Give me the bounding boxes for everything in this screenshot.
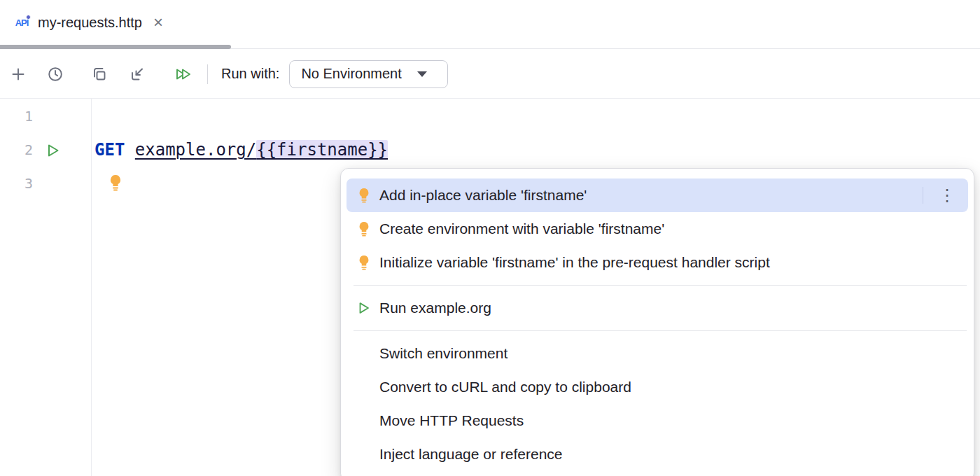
popup-item-run-request[interactable]: Run example.org	[346, 291, 968, 325]
line-number-2: 2	[0, 133, 33, 167]
icon-spacer	[356, 378, 372, 396]
run-all-icon	[174, 66, 192, 83]
code-space	[125, 140, 134, 160]
icon-spacer	[356, 445, 372, 463]
environment-dropdown[interactable]: No Environment	[289, 60, 448, 88]
line-number-1: 1	[0, 99, 33, 133]
template-variable[interactable]: {{firstname}}	[256, 140, 388, 160]
run-all-requests-button[interactable]	[169, 60, 197, 88]
copy-icon	[91, 66, 108, 83]
http-client-toolbar: Run with: No Environment	[0, 50, 980, 99]
lightbulb-icon	[356, 253, 372, 272]
run-icon	[356, 299, 372, 317]
more-options-button[interactable]: ⋮	[936, 187, 958, 204]
http-file-icon-dot	[26, 15, 31, 20]
copy-request-button[interactable]	[85, 60, 113, 88]
tab-my-requests[interactable]: API my-requests.http ×	[0, 0, 176, 45]
popup-item-label: Move HTTP Requests	[379, 412, 524, 429]
popup-item-label: Add in-place variable 'firstname'	[379, 187, 587, 204]
popup-item-convert-to-curl[interactable]: Convert to cURL and copy to clipboard	[346, 370, 968, 404]
http-file-icon: API	[11, 13, 32, 32]
popup-item-label: Switch environment	[379, 345, 507, 362]
plus-icon	[10, 66, 26, 82]
line-number-3: 3	[0, 167, 33, 200]
clock-icon	[47, 66, 64, 83]
run-with-label: Run with:	[221, 66, 279, 82]
popup-item-label: Run example.org	[379, 300, 491, 316]
http-method: GET	[94, 140, 125, 160]
tab-title: my-requests.http	[38, 15, 142, 31]
popup-item-label: Initialize variable 'firstname' in the p…	[379, 254, 770, 271]
lightbulb-icon	[356, 220, 372, 238]
popup-item-add-in-place-variable[interactable]: Add in-place variable 'firstname' ⋮	[346, 178, 968, 212]
popup-item-label: Inject language or reference	[379, 446, 563, 463]
request-url-link[interactable]: example.org/{{firstname}}	[135, 140, 388, 160]
more-options: ⋮	[923, 187, 958, 204]
gutter-divider	[91, 99, 92, 476]
intention-bulb-icon[interactable]	[108, 174, 123, 192]
popup-item-move-http-requests[interactable]: Move HTTP Requests	[346, 404, 968, 438]
popup-item-label: Create environment with variable 'firstn…	[379, 220, 664, 237]
run-request-gutter-button[interactable]	[45, 142, 62, 159]
environment-value: No Environment	[301, 66, 401, 82]
popup-item-initialize-variable[interactable]: Initialize variable 'firstname' in the p…	[346, 246, 968, 279]
toolbar-separator	[207, 64, 208, 84]
chevron-down-icon	[417, 71, 427, 77]
request-code-line[interactable]: GET example.org/{{firstname}}	[94, 133, 388, 167]
show-history-button[interactable]	[41, 60, 69, 88]
icon-spacer	[356, 412, 372, 430]
intention-popup: Add in-place variable 'firstname' ⋮ Crea…	[340, 168, 974, 476]
play-icon	[45, 142, 62, 159]
tab-close-icon[interactable]: ×	[153, 14, 163, 31]
request-url[interactable]: example.org/	[135, 140, 256, 160]
popup-item-create-environment[interactable]: Create environment with variable 'firstn…	[346, 212, 968, 246]
tab-bar: API my-requests.http ×	[0, 0, 980, 49]
open-log-icon	[129, 66, 146, 83]
popup-separator	[354, 285, 967, 286]
add-request-button[interactable]	[4, 60, 32, 88]
tab-scrollbar-thumb[interactable]	[0, 45, 231, 49]
lightbulb-icon	[356, 186, 372, 204]
popup-separator	[354, 330, 967, 331]
icon-spacer	[356, 344, 372, 363]
open-log-button[interactable]	[123, 60, 151, 88]
popup-item-label: Convert to cURL and copy to clipboard	[379, 379, 631, 396]
popup-item-switch-environment[interactable]: Switch environment	[346, 337, 968, 370]
more-options-divider	[923, 187, 923, 204]
popup-item-inject-language[interactable]: Inject language or reference	[346, 438, 968, 471]
